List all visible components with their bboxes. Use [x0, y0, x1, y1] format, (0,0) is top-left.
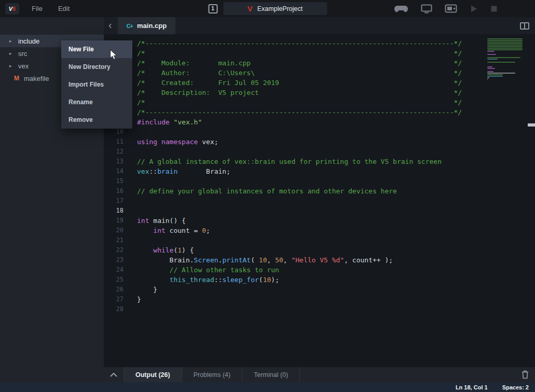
minimap-line	[487, 73, 515, 74]
line-text: /*--------------------------------------…	[137, 107, 462, 117]
minimap-line	[487, 76, 503, 77]
code-line-12[interactable]: 12	[104, 147, 535, 157]
context-menu-item-new-file[interactable]: New File	[61, 40, 132, 58]
code-line-3[interactable]: 3/* Module: main.cpp */	[104, 58, 535, 68]
code-line-1[interactable]: 1/*-------------------------------------…	[104, 38, 535, 48]
minimap-line	[487, 68, 495, 69]
code-line-8[interactable]: 8/*-------------------------------------…	[104, 107, 535, 117]
code-line-21[interactable]: 21	[104, 235, 535, 245]
line-text: /* Created: Fri Jul 05 2019 */	[137, 78, 462, 88]
indent-setting[interactable]: Spaces: 2	[502, 384, 529, 390]
tab-main-cpp[interactable]: C+ main.cpp	[118, 17, 175, 34]
minimap[interactable]	[487, 38, 527, 82]
context-menu-item-rename[interactable]: Rename	[61, 93, 132, 111]
logo-v: V	[9, 6, 12, 12]
line-text: vex::brain Brain;	[137, 166, 230, 176]
minimap-line	[487, 45, 523, 46]
play-icon[interactable]	[470, 5, 478, 13]
panel-tab-problems[interactable]: Problems (4)	[182, 367, 243, 382]
brain-icon[interactable]	[445, 4, 457, 13]
line-number: 21	[104, 235, 124, 245]
panel-tabs: Output (26)Problems (4)Terminal (0)	[124, 367, 300, 382]
line-number: 17	[104, 196, 124, 206]
code-line-24[interactable]: 24 // Allow other tasks to run	[104, 265, 535, 275]
line-text: int main() {	[137, 216, 186, 226]
code-line-6[interactable]: 6/* Description: V5 project */	[104, 88, 535, 97]
minimap-line	[487, 71, 493, 72]
context-menu-item-import-files[interactable]: Import Files	[61, 76, 132, 93]
line-text: // define your global instances of motor…	[137, 186, 397, 196]
stop-icon[interactable]	[490, 5, 498, 12]
code-line-16[interactable]: 16// define your global instances of mot…	[104, 186, 535, 196]
minimap-line	[487, 46, 523, 47]
mouse-cursor	[109, 49, 118, 61]
panel-tab-output[interactable]: Output (26)	[124, 367, 182, 382]
sidebar-item-label: makefile	[24, 75, 49, 82]
line-number: 16	[104, 186, 124, 196]
line-text: this_thread::sleep_for(10);	[137, 275, 279, 285]
context-menu-item-new-directory[interactable]: New Directory	[61, 58, 132, 76]
minimap-line	[487, 63, 527, 64]
panel-tab-terminal[interactable]: Terminal (0)	[242, 367, 300, 382]
code-line-13[interactable]: 13// A global instance of vex::brain use…	[104, 157, 535, 166]
code-line-28[interactable]: 28	[104, 304, 535, 314]
code-line-20[interactable]: 20 int count = 0;	[104, 226, 535, 235]
sidebar-item-label: include	[18, 37, 39, 45]
minimap-line	[487, 77, 489, 78]
code-line-14[interactable]: 14vex::brain Brain;	[104, 166, 535, 176]
minimap-line	[487, 54, 496, 55]
code-line-4[interactable]: 4/* Author: C:\Users\ */	[104, 68, 535, 78]
back-chevron-icon[interactable]: ‹	[104, 20, 118, 32]
clear-panel-button[interactable]	[522, 367, 535, 382]
menu-edit[interactable]: Edit	[58, 5, 70, 12]
slot-number-icon[interactable]: 1	[208, 4, 217, 13]
line-number: 24	[104, 265, 124, 275]
code-line-15[interactable]: 15	[104, 176, 535, 186]
context-menu-item-remove[interactable]: Remove	[61, 111, 132, 129]
project-header: 1 V ExampleProject	[208, 0, 327, 17]
cursor-position[interactable]: Ln 18, Col 1	[456, 384, 488, 390]
project-pill[interactable]: V ExampleProject	[223, 2, 327, 15]
minimap-line	[487, 48, 523, 49]
code-line-26[interactable]: 26 }	[104, 285, 535, 295]
line-text: }	[137, 295, 141, 304]
line-number: 20	[104, 226, 124, 235]
code-line-19[interactable]: 19int main() {	[104, 216, 535, 226]
controller-icon[interactable]	[394, 4, 408, 13]
menu-bar: FileEdit	[32, 5, 70, 12]
monitor-icon[interactable]	[421, 4, 432, 13]
editor-column: ‹ C+ main.cpp 1/*-----------------------…	[104, 17, 535, 382]
line-number: 15	[104, 176, 124, 186]
code-line-25[interactable]: 25 this_thread::sleep_for(10);	[104, 275, 535, 285]
status-bar: Ln 18, Col 1 Spaces: 2	[0, 382, 535, 392]
code-line-7[interactable]: 7/* */	[104, 97, 535, 107]
code-line-2[interactable]: 2/* */	[104, 48, 535, 58]
line-text: #include "vex.h"	[137, 117, 202, 127]
code-line-22[interactable]: 22 while(1) {	[104, 245, 535, 255]
line-number: 28	[104, 304, 124, 314]
scrollbar-marker[interactable]	[528, 123, 535, 127]
code-line-18[interactable]: 18	[104, 206, 535, 216]
line-text: }	[137, 285, 157, 295]
line-text: // Allow other tasks to run	[137, 265, 279, 275]
line-number: 11	[104, 137, 124, 147]
minimap-line	[487, 59, 498, 60]
code-line-23[interactable]: 23 Brain.Screen.printAt( 10, 50, "Hello …	[104, 255, 535, 265]
split-editor-icon[interactable]	[520, 22, 529, 30]
trash-icon	[522, 370, 529, 379]
line-text: // A global instance of vex::brain used …	[137, 157, 442, 166]
code-line-9[interactable]: 9#include "vex.h"	[104, 117, 535, 127]
panel-expand-button[interactable]	[104, 367, 124, 382]
tab-label: main.cpp	[137, 22, 167, 30]
code-line-5[interactable]: 5/* Created: Fri Jul 05 2019 */	[104, 78, 535, 88]
code-line-10[interactable]: 10	[104, 127, 535, 137]
minimap-line	[487, 49, 523, 50]
code-line-27[interactable]: 27}	[104, 295, 535, 304]
line-text: /* Description: V5 project */	[137, 88, 462, 97]
code-line-17[interactable]: 17	[104, 196, 535, 206]
menu-file[interactable]: File	[32, 5, 43, 12]
project-name: ExampleProject	[257, 5, 303, 12]
code-editor[interactable]: 1/*-------------------------------------…	[104, 34, 535, 367]
code-line-11[interactable]: 11using namespace vex;	[104, 137, 535, 147]
line-text: /* */	[137, 48, 462, 58]
